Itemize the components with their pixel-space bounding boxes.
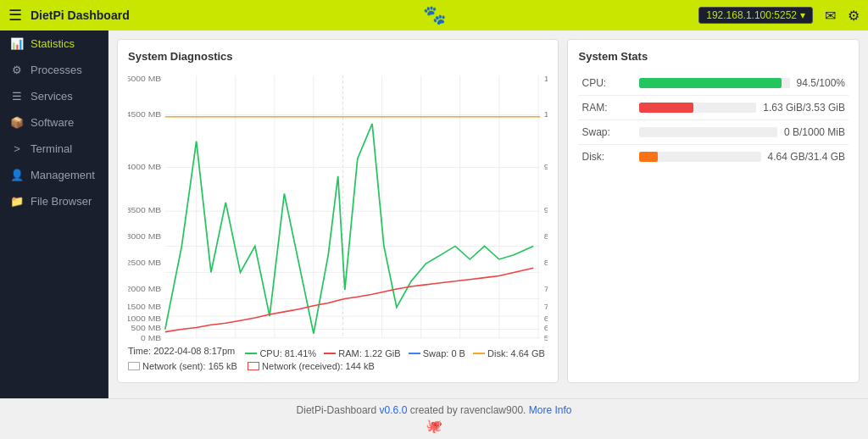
disk-bar-wrap xyxy=(639,152,760,162)
svg-text:1500 MB: 1500 MB xyxy=(128,302,162,310)
sidebar-item-file-browser[interactable]: 📁 File Browser xyxy=(0,188,108,214)
svg-text:5000 MB: 5000 MB xyxy=(128,75,162,83)
svg-text::40: :40 xyxy=(267,342,278,342)
cpu-label: CPU: xyxy=(581,77,632,89)
svg-text::10: :10 xyxy=(378,342,389,342)
chart-time-line: Time: 2022-04-08 8:17pm CPU: 81.41% RAM:… xyxy=(128,346,548,358)
gear-icon[interactable]: ⚙ xyxy=(848,8,860,24)
svg-text:3500 MB: 3500 MB xyxy=(128,206,162,214)
footer-logo-icon: 🐙 xyxy=(5,418,863,434)
svg-text:500 MB: 500 MB xyxy=(131,323,161,331)
svg-text::50: :50 xyxy=(306,342,317,342)
stat-row-ram: RAM: 1.63 GiB/3.53 GiB xyxy=(578,96,849,120)
svg-text:75%: 75% xyxy=(544,285,548,293)
sidebar-label-terminal: Terminal xyxy=(31,142,72,155)
statistics-icon: 📊 xyxy=(10,37,24,50)
system-stats-title: System Stats xyxy=(578,50,849,63)
svg-text:60%: 60% xyxy=(544,323,548,331)
services-icon: ☰ xyxy=(10,90,24,103)
sidebar: 📊 Statistics ⚙ Processes ☰ Services 📦 So… xyxy=(0,31,108,398)
sidebar-item-software[interactable]: 📦 Software xyxy=(0,109,108,136)
stat-row-swap: Swap: 0 B/1000 MiB xyxy=(578,120,849,145)
software-icon: 📦 xyxy=(10,116,24,129)
cpu-bar xyxy=(639,78,781,88)
svg-text:1000 MB: 1000 MB xyxy=(128,314,162,323)
chart-network-legend: Network (sent): 165 kB Network (received… xyxy=(128,361,548,372)
sidebar-item-terminal[interactable]: > Terminal xyxy=(0,136,108,162)
file-browser-icon: 📁 xyxy=(10,195,24,208)
app-title: DietPi Dashboard xyxy=(31,8,690,22)
svg-text::30: :30 xyxy=(457,342,468,342)
svg-text:2000 MB: 2000 MB xyxy=(128,285,162,293)
stat-row-cpu: CPU: 94.5/100% xyxy=(578,71,849,96)
terminal-icon: > xyxy=(10,142,24,155)
svg-text::50: :50 xyxy=(531,342,542,342)
svg-text:80%: 80% xyxy=(544,258,548,267)
svg-text:2500 MB: 2500 MB xyxy=(128,258,162,267)
sidebar-label-file-browser: File Browser xyxy=(31,195,92,208)
footer: DietPi-Dashboard v0.6.0 created by raven… xyxy=(0,398,868,439)
svg-text:0 MB: 0 MB xyxy=(141,333,162,342)
svg-text::20: :20 xyxy=(418,342,429,342)
menu-icon[interactable]: ☰ xyxy=(8,6,22,25)
svg-text:105%: 105% xyxy=(544,75,548,83)
sidebar-item-services[interactable]: ☰ Services xyxy=(0,83,108,109)
ram-bar-wrap xyxy=(639,103,756,113)
disk-label: Disk: xyxy=(581,151,632,163)
footer-more-info-link[interactable]: More Info xyxy=(529,404,572,416)
cpu-value: 94.5/100% xyxy=(797,77,845,89)
swap-bar-wrap xyxy=(639,127,776,137)
svg-text::30: :30 xyxy=(228,342,239,342)
svg-text::20: :20 xyxy=(189,342,200,342)
svg-text::40: :40 xyxy=(496,342,507,342)
svg-text:90%: 90% xyxy=(544,206,548,214)
svg-text:70%: 70% xyxy=(544,302,548,310)
ip-dropdown[interactable]: 192.168.1.100:5252 ▾ xyxy=(698,7,813,24)
disk-value: 4.64 GB/31.4 GB xyxy=(768,151,845,163)
svg-text:65%: 65% xyxy=(544,314,548,323)
ram-label: RAM: xyxy=(581,102,632,114)
diagnostics-title: System Diagnostics xyxy=(128,50,548,63)
main-content: System Diagnostics 5000 MB 4500 MB 4000 … xyxy=(108,31,868,398)
mail-icon[interactable]: ✉ xyxy=(825,8,836,24)
svg-text:85%: 85% xyxy=(544,232,548,241)
disk-bar xyxy=(639,152,657,162)
sidebar-item-processes[interactable]: ⚙ Processes xyxy=(0,57,108,83)
svg-text::00: :00 xyxy=(339,342,350,342)
chart-area: 5000 MB 4500 MB 4000 MB 3500 MB 3000 MB … xyxy=(128,71,548,342)
cpu-bar-wrap xyxy=(639,78,789,88)
sidebar-label-services: Services xyxy=(31,90,73,103)
sidebar-label-processes: Processes xyxy=(31,64,82,76)
svg-text:55%: 55% xyxy=(544,333,548,342)
svg-text:3000 MB: 3000 MB xyxy=(128,232,162,241)
diagnostics-card: System Diagnostics 5000 MB 4500 MB 4000 … xyxy=(117,39,559,383)
ram-bar xyxy=(639,103,693,113)
svg-text:4000 MB: 4000 MB xyxy=(128,162,162,170)
topbar-center-logo: 🐾 xyxy=(423,4,446,26)
sidebar-label-software: Software xyxy=(31,116,74,129)
svg-text:4500 MB: 4500 MB xyxy=(128,109,162,118)
logo-icon: 🐾 xyxy=(423,4,446,25)
diagnostics-chart: 5000 MB 4500 MB 4000 MB 3500 MB 3000 MB … xyxy=(128,71,548,342)
sidebar-item-statistics[interactable]: 📊 Statistics xyxy=(0,31,108,57)
processes-icon: ⚙ xyxy=(10,64,24,76)
sidebar-label-management: Management xyxy=(31,169,95,181)
svg-text:95%: 95% xyxy=(544,162,548,170)
sidebar-label-statistics: Statistics xyxy=(31,37,75,50)
ram-value: 1.63 GiB/3.53 GiB xyxy=(763,102,845,114)
system-stats-card: System Stats CPU: 94.5/100% RAM: 1.63 Gi… xyxy=(567,39,860,383)
stat-row-disk: Disk: 4.64 GB/31.4 GB xyxy=(578,145,849,169)
swap-label: Swap: xyxy=(581,126,632,138)
management-icon: 👤 xyxy=(10,169,24,181)
svg-text:100%: 100% xyxy=(544,109,548,118)
swap-value: 0 B/1000 MiB xyxy=(784,126,845,138)
sidebar-item-management[interactable]: 👤 Management xyxy=(0,162,108,188)
footer-version-link[interactable]: v0.6.0 xyxy=(380,404,408,416)
footer-text: DietPi-Dashboard v0.6.0 created by raven… xyxy=(297,404,572,416)
